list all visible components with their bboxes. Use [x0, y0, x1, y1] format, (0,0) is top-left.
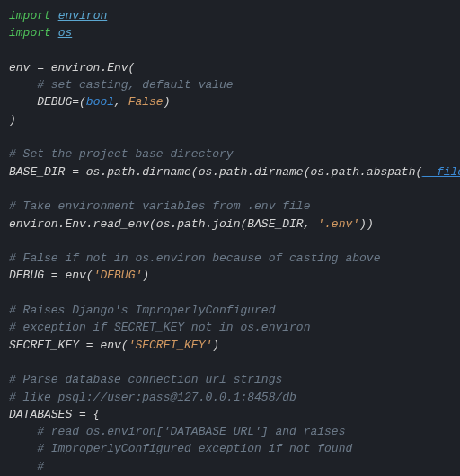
- comment: # exception if SECRET_KEY not in os.envi…: [9, 321, 310, 334]
- code-text: env = environ.Env(: [9, 61, 135, 75]
- comment: # False if not in os.environ because of …: [9, 251, 380, 265]
- module-os[interactable]: os: [58, 26, 73, 40]
- comment: # set casting, default value: [37, 78, 233, 92]
- comment: # Take environment variables from .env f…: [9, 199, 310, 213]
- code-text: DEBUG = env(: [9, 269, 93, 282]
- code-text: ,: [114, 95, 128, 109]
- code-block: import environ import os env = environ.E…: [0, 0, 460, 476]
- comment: # Parse database connection url strings: [9, 373, 282, 386]
- code-text: ): [164, 95, 171, 109]
- code-text: ): [9, 113, 16, 127]
- keyword-import: import: [9, 9, 51, 22]
- keyword-import: import: [9, 26, 51, 40]
- code-text: DATABASES = {: [9, 408, 100, 421]
- module-environ[interactable]: environ: [58, 9, 108, 22]
- code-text: )): [359, 217, 374, 231]
- code-text: environ.Env.read_env(os.path.join(BASE_D…: [9, 217, 317, 231]
- code-text: ): [212, 339, 219, 352]
- comment: # ImproperlyConfigured exception if not …: [37, 442, 352, 455]
- builtin-bool: bool: [86, 95, 114, 109]
- comment: # read os.environ['DATABASE_URL'] and ra…: [37, 425, 345, 438]
- dunder-file: __file__: [422, 165, 460, 179]
- code-text: BASE_DIR = os.path.dirname(os.path.dirna…: [9, 165, 422, 179]
- string-literal: '.env': [317, 217, 359, 231]
- code-text: SECRET_KEY = env(: [9, 339, 128, 352]
- comment: # Set the project base directory: [9, 147, 234, 161]
- literal-false: False: [128, 95, 164, 109]
- code-text: ): [142, 269, 149, 282]
- comment: # like psql://user:pass@127.0.0.1:8458/d…: [9, 391, 296, 404]
- string-literal: 'SECRET_KEY': [128, 339, 213, 352]
- string-literal: 'DEBUG': [93, 269, 143, 282]
- code-text: DEBUG=(: [37, 95, 86, 109]
- comment: #: [37, 460, 44, 473]
- comment: # Raises Django's ImproperlyConfigured: [9, 304, 275, 317]
